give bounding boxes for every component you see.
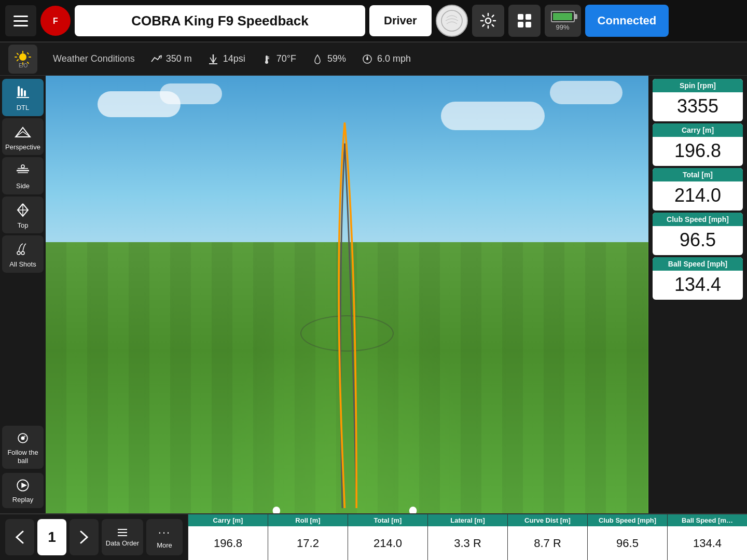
data-order-button[interactable]: Data Order [102, 519, 143, 555]
svg-point-13 [265, 61, 268, 64]
svg-point-22 [17, 251, 20, 255]
spin-value: 3355 [653, 92, 743, 121]
svg-rect-4 [518, 14, 523, 20]
bottom-stat-header: Roll [m] [268, 514, 348, 526]
bottom-stats-row: Carry [m] 196.8 Roll [m] 17.2 Total [m] … [188, 514, 747, 560]
sidebar-perspective-button[interactable]: Perspective [2, 118, 44, 156]
svg-text:F: F [53, 17, 58, 25]
fairway [46, 242, 648, 513]
bottom-stat-header: Carry [m] [188, 514, 268, 526]
data-order-label: Data Order [106, 539, 139, 547]
sidebar-replay-button[interactable]: Replay [2, 473, 44, 508]
svg-rect-5 [525, 14, 531, 20]
next-shot-button[interactable] [70, 519, 99, 555]
settings-button[interactable] [472, 5, 504, 37]
svg-point-3 [486, 18, 491, 23]
grid-button[interactable] [508, 5, 541, 37]
ground-shadow [300, 315, 394, 352]
all-shots-label: All Shots [9, 260, 36, 269]
total-header: Total [m] [653, 168, 743, 181]
bottom-stat-value: 8.7 R [508, 526, 587, 560]
sidebar-allshots-button[interactable]: All Shots [2, 235, 44, 273]
ball-icon [436, 5, 468, 37]
prev-shot-button[interactable] [5, 519, 34, 555]
bottom-stat-value: 96.5 [588, 526, 667, 560]
club-name-box: COBRA King F9 Speedback [75, 5, 365, 36]
weather-humidity: 59% [312, 53, 346, 65]
weather-bar: E/O Weather Conditions 350 m 14psi 70°F … [0, 43, 747, 76]
perspective-label: Perspective [5, 143, 40, 151]
main-area: DTL Perspective Side Top [0, 76, 747, 513]
svg-rect-18 [18, 86, 20, 96]
golf-scene [46, 76, 648, 513]
svg-rect-19 [21, 88, 23, 96]
bottom-stat-header: Ball Speed [m… [668, 514, 747, 526]
carry-value: 196.8 [653, 137, 743, 166]
replay-label: Replay [12, 496, 33, 504]
bottom-stat-value: 196.8 [188, 526, 268, 560]
more-label: More [157, 541, 172, 549]
sidebar-dtl-button[interactable]: DTL [2, 79, 44, 116]
club-speed-header: Club Speed [mph] [653, 213, 743, 226]
bottom-stat-col: Club Speed [mph] 96.5 [587, 514, 667, 560]
menu-button[interactable] [5, 5, 36, 36]
club-speed-stat-card: Club Speed [mph] 96.5 [653, 213, 743, 255]
svg-point-17 [366, 58, 368, 60]
right-stats-panel: Spin [rpm] 3355 Carry [m] 196.8 Total [m… [648, 76, 747, 513]
weather-pressure: 14psi [208, 53, 245, 65]
svg-text:E/O: E/O [19, 63, 27, 68]
weather-temperature: 70°F [261, 53, 296, 65]
bottom-stat-col: Carry [m] 196.8 [188, 514, 268, 560]
nav-controls: 1 Data Order ··· More [0, 514, 188, 560]
top-label: Top [18, 221, 29, 230]
weather-icon: E/O [8, 45, 37, 74]
battery-indicator: 99% [545, 5, 581, 37]
sidebar-side-button[interactable]: Side [2, 157, 44, 194]
side-label: Side [16, 182, 30, 190]
bottom-stat-col: Curve Dist [m] 8.7 R [507, 514, 587, 560]
carry-stat-card: Carry [m] 196.8 [653, 123, 743, 166]
bottom-stat-header: Total [m] [348, 514, 427, 526]
svg-point-2 [441, 10, 462, 31]
bottom-stat-col: Lateral [m] 3.3 R [427, 514, 507, 560]
shot-number: 1 [37, 519, 66, 555]
top-bar: F COBRA King F9 Speedback Driver 99% [0, 0, 747, 43]
bottom-stat-header: Curve Dist [m] [508, 514, 587, 526]
club-type-button[interactable]: Driver [369, 5, 432, 36]
svg-rect-6 [518, 22, 523, 27]
bottom-bar: 1 Data Order ··· More Carry [m] 196.8 Ro… [0, 513, 747, 560]
bottom-stat-value: 17.2 [268, 526, 348, 560]
sidebar-followball-button[interactable]: Follow the ball [2, 426, 44, 469]
club-speed-value: 96.5 [653, 226, 743, 255]
bottom-stat-value: 134.4 [668, 526, 747, 560]
spin-header: Spin [rpm] [653, 79, 743, 92]
spin-stat-card: Spin [rpm] 3355 [653, 79, 743, 121]
svg-point-23 [21, 251, 24, 255]
bottom-stat-value: 214.0 [348, 526, 427, 560]
ball-speed-value: 134.4 [653, 271, 743, 300]
bottom-stat-col: Total [m] 214.0 [348, 514, 427, 560]
weather-altitude: 350 m [150, 53, 192, 65]
club-name: COBRA King F9 Speedback [131, 13, 308, 29]
svg-point-21 [21, 165, 24, 168]
more-button[interactable]: ··· More [146, 519, 183, 555]
connected-button[interactable]: Connected [585, 5, 669, 37]
dtl-label: DTL [17, 104, 30, 112]
bottom-stat-value: 3.3 R [428, 526, 507, 560]
bottom-stat-header: Club Speed [mph] [588, 514, 667, 526]
sidebar-top-button[interactable]: Top [2, 197, 44, 234]
svg-point-26 [24, 436, 26, 438]
weather-conditions-label: Weather Conditions [53, 53, 135, 64]
svg-marker-28 [21, 483, 27, 488]
brand-logo: F [40, 6, 71, 36]
left-sidebar: DTL Perspective Side Top [0, 76, 46, 513]
follow-ball-label: Follow the ball [4, 449, 42, 465]
bottom-stat-header: Lateral [m] [428, 514, 507, 526]
svg-point-8 [19, 53, 26, 61]
svg-rect-7 [525, 22, 531, 27]
weather-wind: 6.0 mph [362, 53, 411, 65]
ball-speed-header: Ball Speed [mph] [653, 257, 743, 271]
carry-header: Carry [m] [653, 123, 743, 137]
total-stat-card: Total [m] 214.0 [653, 168, 743, 211]
bottom-stat-col: Ball Speed [m… 134.4 [667, 514, 747, 560]
